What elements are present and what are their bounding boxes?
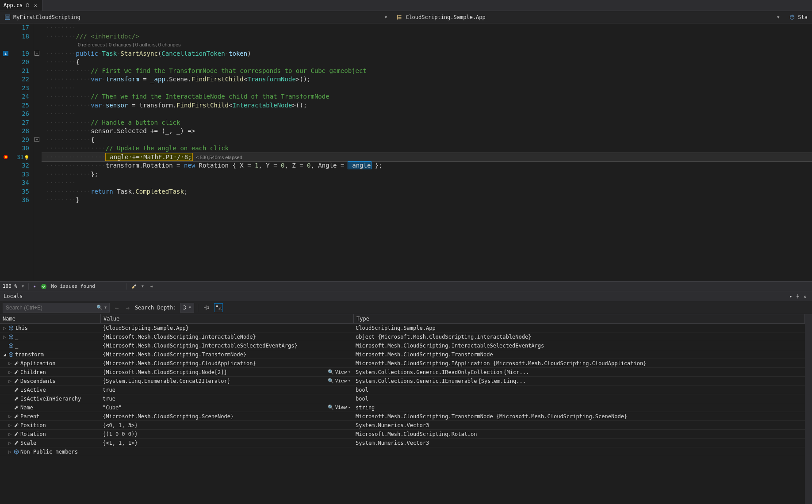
forward-icon: → <box>124 304 131 311</box>
table-row[interactable]: IsActivetruebool <box>0 386 805 394</box>
expand-toggle[interactable]: ▷ <box>7 432 12 436</box>
table-row[interactable]: IsActiveInHierarchytruebool <box>0 394 805 403</box>
var-value: {Microsoft.Mesh.CloudScripting.Interacta… <box>103 334 352 340</box>
var-value: {Microsoft.Mesh.CloudScripting.Transform… <box>103 351 352 358</box>
table-row[interactable]: ▷Non-Public members <box>0 447 805 456</box>
nav-class[interactable]: CloudScripting.Sample.App ▼ <box>394 11 786 23</box>
nav-class-label: CloudScripting.Sample.App <box>406 14 486 20</box>
class-icon <box>397 14 403 20</box>
var-name: Non-Public members <box>20 449 78 455</box>
var-name: _ <box>15 334 18 340</box>
current-statement: _angle·+=·MathF.PI·/·8; <box>106 153 192 160</box>
pin-icon[interactable] <box>794 293 801 300</box>
fold-toggle[interactable]: − <box>34 137 39 142</box>
expand-toggle[interactable]: ◢ <box>2 352 7 357</box>
issues-text[interactable]: No issues found <box>51 283 95 289</box>
chevron-down-icon[interactable]: ▼ <box>22 284 24 288</box>
expand-toggle[interactable]: ▷ <box>7 450 12 454</box>
var-value: true <box>103 396 352 402</box>
expand-toggle[interactable]: ▷ <box>2 326 7 330</box>
table-row[interactable]: ▷_{Microsoft.Mesh.CloudScripting.Interac… <box>0 332 805 341</box>
scrollbar[interactable] <box>805 314 812 504</box>
pin-icon[interactable] <box>24 2 31 8</box>
table-row[interactable]: ▷this{CloudScripting.Sample.App}CloudScr… <box>0 324 805 332</box>
chevron-down-icon[interactable]: ▼ <box>189 305 191 309</box>
fold-column: − − <box>33 23 42 281</box>
table-row[interactable]: Name"Cube"🔍View ▾string <box>0 403 805 412</box>
var-value: {Microsoft.Mesh.CloudScripting.Node[2]} <box>103 369 327 375</box>
codelens[interactable]: 0 references | 0 changes | 0 authors, 0 … <box>46 42 181 47</box>
project-icon <box>4 14 11 20</box>
expand-toggle[interactable]: ▷ <box>2 335 7 339</box>
table-row[interactable]: ◢transform{Microsoft.Mesh.CloudScripting… <box>0 350 805 359</box>
lightbulb-icon[interactable]: 💡 <box>24 155 29 160</box>
view-link[interactable]: 🔍View ▾ <box>328 405 352 410</box>
col-name-header[interactable]: Name <box>0 314 101 323</box>
expand-toggle[interactable]: ▷ <box>7 370 12 374</box>
search-icon[interactable]: 🔍 <box>96 305 103 310</box>
table-row[interactable]: ▷Descendants{System.Linq.Enumerable.Conc… <box>0 377 805 386</box>
expand-toggle[interactable]: ▷ <box>7 414 12 419</box>
var-value: {<1, 1, 1>} <box>103 440 352 446</box>
var-value: {Microsoft.Mesh.CloudScripting.CloudAppl… <box>103 360 352 367</box>
zoom-level[interactable]: 100 % <box>3 283 17 289</box>
table-row[interactable]: _{Microsoft.Mesh.CloudScripting.Interact… <box>0 341 805 350</box>
chevron-down-icon[interactable]: ▼ <box>142 284 144 288</box>
var-type: Microsoft.Mesh.CloudScripting.IApplicati… <box>354 360 805 367</box>
nav-right-label: Sta <box>798 14 808 20</box>
perf-timing: ≤ 530,540ms elapsed <box>196 155 242 160</box>
expand-toggle[interactable]: ▷ <box>7 441 12 445</box>
highlighted-reference: _angle <box>348 162 372 169</box>
expand-toggle[interactable]: ▷ <box>7 379 12 383</box>
file-tab[interactable]: App.cs ✕ <box>0 0 42 11</box>
toggle-icon-1[interactable] <box>202 303 211 312</box>
expand-toggle[interactable]: ▷ <box>7 423 12 428</box>
nav-project[interactable]: MyFirstCloudScripting ▼ <box>2 11 394 23</box>
table-row[interactable]: ▷Position{<0, 1, 3>}System.Numerics.Vect… <box>0 421 805 430</box>
locals-table[interactable]: Name Value Type ▷this{CloudScripting.Sam… <box>0 314 805 504</box>
back-icon: ← <box>113 304 120 311</box>
search-field[interactable] <box>6 305 96 311</box>
panel-toolbar: 🔍 ▼ ← → Search Depth: 3 ▼ ab <box>0 301 812 314</box>
spellcheck-icon[interactable]: ✦ <box>33 283 36 289</box>
close-icon[interactable]: ✕ <box>32 2 38 8</box>
table-row[interactable]: ▷Parent{Microsoft.Mesh.CloudScripting.Sc… <box>0 412 805 421</box>
view-link[interactable]: 🔍View ▾ <box>328 378 352 384</box>
var-name: IsActive <box>20 387 46 393</box>
scroll-left-icon[interactable]: ◄ <box>148 283 155 289</box>
chevron-down-icon[interactable]: ▼ <box>104 305 107 309</box>
var-type: string <box>354 405 805 411</box>
svg-rect-7 <box>216 305 218 307</box>
table-row[interactable]: ▷Children{Microsoft.Mesh.CloudScripting.… <box>0 368 805 377</box>
code-area[interactable]: ········ ········/// <inheritdoc/> 0 ref… <box>42 23 812 281</box>
brush-icon[interactable] <box>131 283 137 290</box>
info-glyph[interactable]: i <box>0 50 11 58</box>
editor-status-bar: 100 % ▼ ✦ No issues found ▼ ◄ <box>0 281 812 291</box>
col-value-header[interactable]: Value <box>101 314 354 323</box>
var-value: {<0, 1, 3>} <box>103 422 352 428</box>
table-row[interactable]: ▷Application{Microsoft.Mesh.CloudScripti… <box>0 359 805 368</box>
close-icon[interactable]: ✕ <box>801 293 808 300</box>
col-type-header[interactable]: Type <box>354 314 805 323</box>
svg-text:i: i <box>4 51 7 56</box>
fold-toggle[interactable]: − <box>34 51 39 56</box>
table-row[interactable]: ▷Scale{<1, 1, 1>}System.Numerics.Vector3 <box>0 439 805 447</box>
var-value: {Microsoft.Mesh.CloudScripting.Interacta… <box>103 343 352 349</box>
table-row[interactable]: ▷Rotation{(1 0 0 0)}Microsoft.Mesh.Cloud… <box>0 430 805 439</box>
var-type: bool <box>354 387 805 393</box>
chevron-down-icon[interactable]: ▼ <box>385 15 391 19</box>
expand-toggle[interactable]: ▷ <box>7 361 12 366</box>
nav-right[interactable]: Sta <box>786 11 810 23</box>
search-input[interactable]: 🔍 ▼ <box>3 303 110 313</box>
var-type: Microsoft.Mesh.CloudScripting.Interactab… <box>354 343 805 349</box>
view-link[interactable]: 🔍View ▾ <box>328 369 352 375</box>
window-options-icon[interactable]: ▾ <box>787 293 794 300</box>
var-name: Position <box>20 422 46 428</box>
toggle-icon-2[interactable]: ab <box>214 303 223 312</box>
breakpoint-glyph[interactable] <box>0 153 11 162</box>
var-type: Microsoft.Mesh.CloudScripting.TransformN… <box>354 351 805 358</box>
code-editor[interactable]: i 17 18 19 20 21 22 23 24 25 26 27 28 29… <box>0 23 812 281</box>
chevron-down-icon[interactable]: ▼ <box>777 15 784 19</box>
var-value: "Cube" <box>103 405 327 411</box>
depth-selector[interactable]: 3 ▼ <box>180 303 194 313</box>
